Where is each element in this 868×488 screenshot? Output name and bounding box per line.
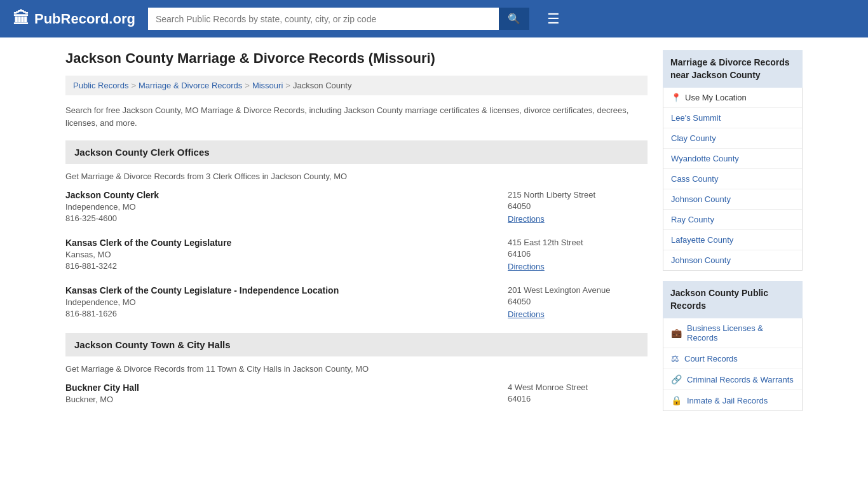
breadcrumb-missouri[interactable]: Missouri — [252, 81, 283, 90]
office-name-1: Jackson County Clerk — [65, 190, 482, 200]
sidebar-item-lafayette-county[interactable]: Lafayette County — [663, 230, 802, 250]
inmate-records-label: Inmate & Jail Records — [687, 396, 768, 405]
cityhall-left-1: Buckner City Hall Buckner, MO — [65, 383, 482, 406]
office-name-2: Kansas Clerk of the County Legislature — [65, 238, 482, 248]
office-zip-3: 64050 — [508, 297, 648, 306]
office-city-2: Kansas, MO — [65, 250, 482, 259]
page-description: Search for free Jackson County, MO Marri… — [65, 104, 648, 129]
office-row-2: Kansas Clerk of the County Legislature K… — [65, 238, 648, 273]
office-phone-3: 816-881-1626 — [65, 309, 482, 318]
logo-icon: 🏛 — [13, 9, 29, 29]
clerk-office-3: Kansas Clerk of the County Legislature -… — [65, 285, 648, 320]
office-address-3: 201 West Lexington Avenue — [508, 285, 648, 295]
office-zip-2: 64106 — [508, 249, 648, 259]
use-location-label: Use My Location — [685, 93, 747, 102]
office-phone-2: 816-881-3242 — [65, 261, 482, 271]
cityhall-office-1: Buckner City Hall Buckner, MO 4 West Mon… — [65, 383, 648, 406]
link-icon: 🔗 — [671, 374, 682, 384]
office-zip-1: 64050 — [508, 201, 648, 211]
office-row-3: Kansas Clerk of the County Legislature -… — [65, 285, 648, 320]
business-licenses-label: Business Licenses & Records — [687, 323, 794, 342]
sidebar-nearby-header: Marriage & Divorce Records near Jackson … — [663, 50, 803, 88]
site-header: 🏛 PubRecord.org 🔍 ☰ — [0, 0, 868, 37]
office-row-1: Jackson County Clerk Independence, MO 81… — [65, 190, 648, 225]
directions-link-3[interactable]: Directions — [508, 309, 545, 319]
sidebar-item-ray-county[interactable]: Ray County — [663, 210, 802, 230]
content-area: Jackson County Marriage & Divorce Record… — [65, 50, 648, 419]
search-area: 🔍 — [148, 8, 529, 30]
directions-link-1[interactable]: Directions — [508, 214, 545, 224]
sidebar-item-johnson-county-2[interactable]: Johnson County — [663, 250, 802, 270]
criminal-records-label: Criminal Records & Warrants — [687, 375, 794, 384]
office-left-2: Kansas Clerk of the County Legislature K… — [65, 238, 482, 273]
sidebar-item-cass-county[interactable]: Cass County — [663, 169, 802, 189]
office-name-3: Kansas Clerk of the County Legislature -… — [65, 285, 482, 295]
office-address-2: 415 East 12th Street — [508, 238, 648, 247]
breadcrumb: Public Records > Marriage & Divorce Reco… — [65, 76, 648, 95]
clerk-office-2: Kansas Clerk of the County Legislature K… — [65, 238, 648, 273]
sidebar-item-court-records[interactable]: ⚖ Court Records — [663, 348, 802, 369]
clerk-section-sub: Get Marriage & Divorce Records from 3 Cl… — [65, 172, 648, 181]
sidebar-item-inmate-records[interactable]: 🔒 Inmate & Jail Records — [663, 390, 802, 410]
search-input[interactable] — [148, 8, 499, 30]
briefcase-icon: 💼 — [671, 328, 682, 338]
sidebar-item-clay-county[interactable]: Clay County — [663, 128, 802, 149]
breadcrumb-public-records[interactable]: Public Records — [73, 81, 128, 90]
breadcrumb-jackson-county: Jackson County — [293, 81, 352, 90]
page-title: Jackson County Marriage & Divorce Record… — [65, 50, 648, 67]
office-city-1: Independence, MO — [65, 202, 482, 212]
cityhall-city-1: Buckner, MO — [65, 395, 482, 404]
sidebar-public-records-header: Jackson County Public Records — [663, 281, 803, 318]
cityhall-name-1: Buckner City Hall — [65, 383, 482, 393]
sidebar-item-business-licenses[interactable]: 💼 Business Licenses & Records — [663, 318, 802, 348]
cityhall-address-1: 4 West Monroe Street — [508, 383, 648, 392]
breadcrumb-sep-2: > — [245, 81, 250, 90]
office-phone-1: 816-325-4600 — [65, 214, 482, 223]
breadcrumb-sep-1: > — [131, 81, 136, 90]
cityhall-right-1: 4 West Monroe Street 64016 — [508, 383, 648, 406]
lock-icon: 🔒 — [671, 395, 682, 405]
sidebar-nearby-list: 📍 Use My Location Lee's Summit Clay Coun… — [663, 88, 803, 271]
office-address-1: 215 North Liberty Street — [508, 190, 648, 200]
sidebar-public-records-list: 💼 Business Licenses & Records ⚖ Court Re… — [663, 318, 803, 411]
office-left-1: Jackson County Clerk Independence, MO 81… — [65, 190, 482, 225]
sidebar-item-johnson-county-1[interactable]: Johnson County — [663, 189, 802, 210]
sidebar-item-use-location[interactable]: 📍 Use My Location — [663, 88, 802, 108]
main-container: Jackson County Marriage & Divorce Record… — [53, 37, 815, 431]
court-records-label: Court Records — [684, 354, 738, 363]
search-button[interactable]: 🔍 — [499, 8, 529, 30]
cityhalls-section-header: Jackson County Town & City Halls — [65, 333, 648, 356]
office-left-3: Kansas Clerk of the County Legislature -… — [65, 285, 482, 320]
hamburger-icon: ☰ — [547, 11, 560, 27]
location-icon: 📍 — [671, 93, 681, 102]
breadcrumb-marriage-records[interactable]: Marriage & Divorce Records — [139, 81, 242, 90]
logo-text: PubRecord.org — [34, 11, 135, 27]
cityhall-zip-1: 64016 — [508, 394, 648, 403]
office-right-3: 201 West Lexington Avenue 64050 Directio… — [508, 285, 648, 320]
cityhall-row-1: Buckner City Hall Buckner, MO 4 West Mon… — [65, 383, 648, 406]
sidebar-item-criminal-records[interactable]: 🔗 Criminal Records & Warrants — [663, 369, 802, 390]
breadcrumb-sep-3: > — [285, 81, 290, 90]
cityhalls-section-sub: Get Marriage & Divorce Records from 11 T… — [65, 364, 648, 374]
office-right-1: 215 North Liberty Street 64050 Direction… — [508, 190, 648, 225]
office-right-2: 415 East 12th Street 64106 Directions — [508, 238, 648, 273]
menu-button[interactable]: ☰ — [547, 11, 560, 27]
clerk-section-header: Jackson County Clerk Offices — [65, 140, 648, 164]
directions-link-2[interactable]: Directions — [508, 262, 545, 271]
site-logo[interactable]: 🏛 PubRecord.org — [13, 9, 135, 29]
clerk-office-1: Jackson County Clerk Independence, MO 81… — [65, 190, 648, 225]
sidebar: Marriage & Divorce Records near Jackson … — [663, 50, 803, 419]
search-icon: 🔍 — [508, 13, 520, 24]
office-city-3: Independence, MO — [65, 297, 482, 307]
sidebar-item-lees-summit[interactable]: Lee's Summit — [663, 108, 802, 128]
sidebar-item-wyandotte-county[interactable]: Wyandotte County — [663, 149, 802, 169]
scales-icon: ⚖ — [671, 353, 679, 363]
